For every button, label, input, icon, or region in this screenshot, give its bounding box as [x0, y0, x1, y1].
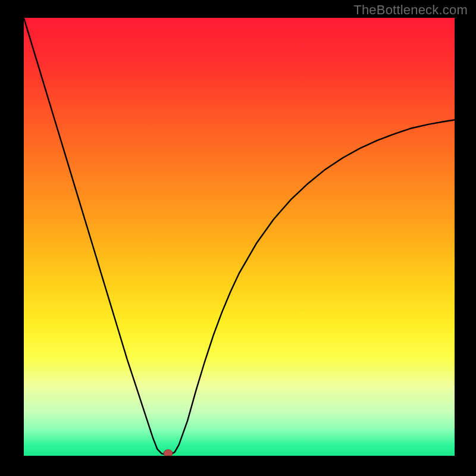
chart-svg [24, 18, 455, 456]
chart-frame: TheBottleneck.com [0, 0, 476, 476]
watermark-text: TheBottleneck.com [353, 2, 468, 18]
plot-area [24, 18, 455, 456]
chart-background-gradient [24, 18, 455, 456]
optimum-marker [164, 450, 173, 456]
